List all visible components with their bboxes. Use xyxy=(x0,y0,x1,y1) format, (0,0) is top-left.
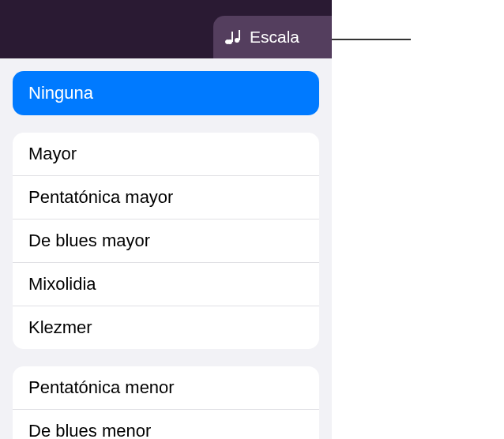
scale-group-minor: Pentatónica menor De blues menor Japones… xyxy=(13,366,319,439)
scale-option[interactable]: Mayor xyxy=(13,133,319,176)
scale-option-label: De blues mayor xyxy=(28,231,150,251)
scale-option-label: Mayor xyxy=(28,144,77,164)
scale-option-label: Pentatónica menor xyxy=(28,377,175,398)
scale-option[interactable]: Mixolidia xyxy=(13,263,319,306)
scale-option-label: Klezmer xyxy=(28,317,92,338)
scale-group-major: Mayor Pentatónica mayor De blues mayor M… xyxy=(13,133,319,349)
escala-tab[interactable]: Escala xyxy=(213,16,332,58)
scale-option-label: Pentatónica mayor xyxy=(28,187,173,208)
music-note-icon xyxy=(224,28,243,47)
svg-rect-3 xyxy=(239,30,240,40)
callout-line xyxy=(332,39,411,40)
svg-rect-1 xyxy=(231,32,233,42)
top-bar: Escala xyxy=(0,0,332,58)
selected-scale-label: Ninguna xyxy=(28,83,93,103)
selected-scale-row[interactable]: Ninguna xyxy=(13,71,319,115)
scale-option-label: De blues menor xyxy=(28,421,151,439)
scale-panel: Ninguna Mayor Pentatónica mayor De blues… xyxy=(0,58,332,439)
scale-option[interactable]: Pentatónica menor xyxy=(13,366,319,410)
scale-option[interactable]: De blues mayor xyxy=(13,220,319,263)
scale-option[interactable]: De blues menor xyxy=(13,410,319,439)
escala-tab-label: Escala xyxy=(250,28,299,47)
scale-option[interactable]: Klezmer xyxy=(13,306,319,349)
scale-option[interactable]: Pentatónica mayor xyxy=(13,176,319,220)
scale-option-label: Mixolidia xyxy=(28,274,96,295)
